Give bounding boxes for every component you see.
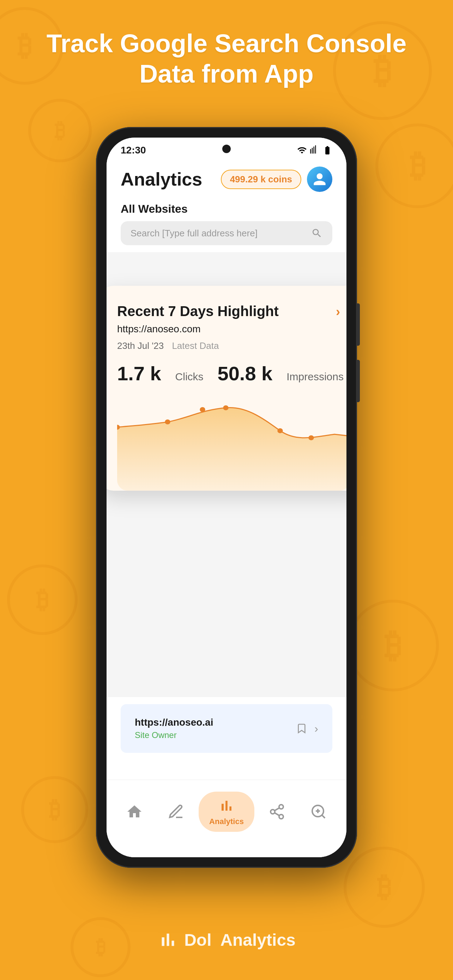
- chart-area: [117, 399, 347, 491]
- svg-point-3: [223, 405, 228, 410]
- svg-point-1: [165, 420, 170, 425]
- phone-screen: 12:30 Analytics 499.29 k: [106, 138, 347, 857]
- side-button-1: [356, 303, 360, 346]
- highlight-title: Recent 7 Days Highlight: [117, 303, 279, 319]
- bottom-label: Dol Analytics: [0, 929, 453, 952]
- connections-icon: [269, 803, 285, 820]
- search-bar[interactable]: Search [Type full address here]: [121, 221, 332, 245]
- website-url: https://anoseo.ai: [135, 717, 213, 728]
- bookmark-icon: [296, 723, 307, 734]
- svg-line-10: [275, 813, 280, 816]
- search-icon: [311, 228, 323, 239]
- website-list-item[interactable]: https://anoseo.ai Site Owner ›: [121, 704, 332, 753]
- coins-amount: 499.29 k coins: [230, 174, 292, 185]
- nav-item-analytics[interactable]: Analytics: [199, 792, 254, 832]
- home-icon: [126, 803, 143, 820]
- metrics-row: 1.7 k Clicks 50.8 k Impressions: [117, 362, 347, 385]
- svg-point-5: [308, 435, 314, 440]
- website-actions: ›: [296, 722, 318, 735]
- nav-item-search-settings[interactable]: [300, 798, 338, 826]
- svg-line-11: [275, 808, 280, 811]
- clicks-value: 1.7 k: [117, 362, 161, 385]
- impressions-value: 50.8 k: [218, 362, 273, 385]
- svg-point-9: [279, 815, 283, 819]
- search-placeholder: Search [Type full address here]: [130, 228, 257, 239]
- clicks-label: Clicks: [175, 371, 203, 383]
- nav-item-pen[interactable]: [157, 798, 195, 826]
- app-header: Analytics 499.29 k coins: [106, 159, 347, 202]
- phone-mockup: 12:30 Analytics 499.29 k: [82, 127, 371, 903]
- website-list: https://anoseo.ai Site Owner ›: [106, 697, 347, 759]
- highlight-url: https://anoseo.com: [117, 323, 347, 335]
- wifi-icon: [297, 145, 307, 155]
- battery-icon: [323, 145, 332, 155]
- pen-icon: [168, 803, 184, 820]
- bottom-nav: Analytics: [106, 780, 347, 857]
- nav-item-home[interactable]: [115, 798, 153, 826]
- side-button-2: [356, 360, 360, 402]
- svg-point-8: [270, 810, 275, 814]
- nav-item-connections[interactable]: [258, 798, 296, 826]
- chevron-icon: ›: [314, 722, 318, 735]
- bottom-app-label: Dol Analytics: [184, 930, 296, 950]
- highlight-header: Recent 7 Days Highlight ›: [117, 303, 347, 319]
- all-websites-section: All Websites Search [Type full address h…: [106, 202, 347, 252]
- status-time: 12:30: [121, 145, 146, 156]
- camera-notch: [222, 145, 231, 153]
- avatar[interactable]: [307, 167, 332, 192]
- svg-point-7: [279, 805, 283, 809]
- chevron-right-icon[interactable]: ›: [336, 304, 347, 318]
- website-role: Site Owner: [135, 730, 213, 740]
- app-title: Analytics: [121, 169, 202, 190]
- impressions-label: Impressions: [286, 371, 343, 383]
- svg-point-2: [200, 407, 205, 412]
- highlight-card[interactable]: Recent 7 Days Highlight › https://anoseo…: [106, 286, 347, 491]
- svg-point-4: [277, 428, 283, 433]
- highlight-date: 23th Jul '23 Latest Data: [117, 340, 347, 352]
- chart-icon: [218, 797, 235, 814]
- status-icons: [297, 145, 332, 155]
- page-header: Track Google Search Console Data from Ap…: [0, 28, 453, 89]
- nav-analytics-label: Analytics: [209, 817, 244, 826]
- coins-badge[interactable]: 499.29 k coins: [221, 170, 301, 189]
- section-title: All Websites: [121, 202, 332, 216]
- search-settings-icon: [310, 803, 327, 820]
- signal-icon: [310, 145, 319, 155]
